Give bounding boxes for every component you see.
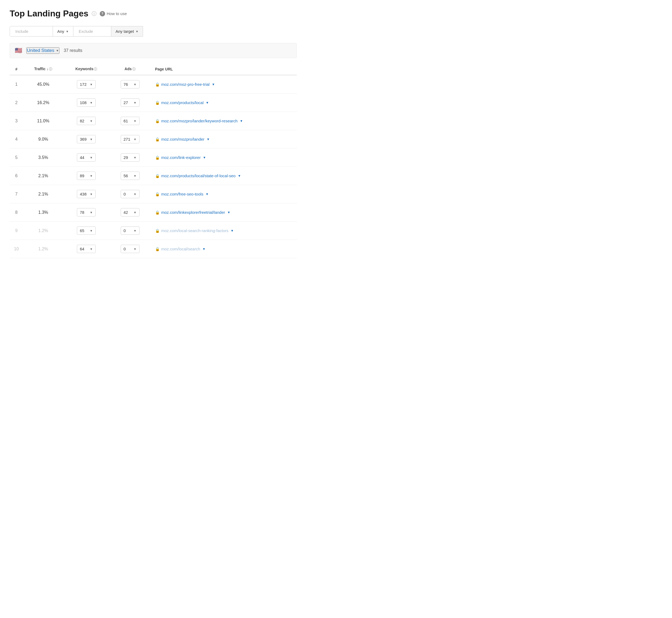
cell-num: 3 [10, 112, 23, 130]
cell-keywords: 438 ▼ [64, 185, 109, 203]
keywords-dropdown-button[interactable]: 78 ▼ [77, 208, 96, 216]
ads-chevron-icon: ▼ [134, 229, 136, 232]
include-option-label: Any [57, 29, 64, 34]
url-chevron-icon: ▼ [206, 101, 209, 105]
keywords-dropdown-button[interactable]: 82 ▼ [77, 117, 96, 125]
keywords-value: 89 [80, 174, 84, 178]
page-url-link[interactable]: moz.com/linkexplorerfreetrial/lander [161, 210, 225, 215]
page-url-link[interactable]: moz.com/mozpro/lander/keyword-research [161, 119, 238, 123]
data-table: # Traffic ↓ⓘ Keywordsⓘ Adsⓘ Page URL 1 4… [10, 64, 297, 258]
cell-ads: 56 ▼ [109, 167, 150, 185]
page-url-link[interactable]: moz.com/moz-pro-free-trial [161, 82, 210, 87]
ads-value: 29 [124, 155, 128, 160]
page-header: Top Landing Pages ⓘ ? How to use [10, 9, 297, 18]
table-row: 10 1.2% 64 ▼ 0 ▼ 🔒 moz.com/local/search … [10, 240, 297, 258]
ads-dropdown-button[interactable]: 0 ▼ [121, 190, 139, 198]
keywords-dropdown-button[interactable]: 64 ▼ [77, 245, 96, 253]
ads-value: 56 [124, 174, 128, 178]
keywords-dropdown-button[interactable]: 65 ▼ [77, 226, 96, 235]
ads-chevron-icon: ▼ [134, 247, 136, 250]
keywords-value: 44 [80, 155, 84, 160]
keywords-value: 82 [80, 119, 84, 123]
ads-chevron-icon: ▼ [134, 138, 136, 141]
cell-page-url: 🔒 moz.com/mozpro/lander ▼ [151, 130, 297, 148]
ads-dropdown-button[interactable]: 56 ▼ [121, 172, 139, 180]
ads-dropdown-button[interactable]: 27 ▼ [121, 98, 139, 107]
cell-ads: 0 ▼ [109, 185, 150, 203]
lock-icon: 🔒 [155, 82, 160, 87]
table-body: 1 45.0% 172 ▼ 76 ▼ 🔒 moz.com/moz-pro-fre… [10, 75, 297, 258]
cell-page-url: 🔒 moz.com/products/local ▼ [151, 94, 297, 112]
url-chevron-icon: ▼ [227, 211, 230, 214]
table-row: 2 16.2% 108 ▼ 27 ▼ 🔒 moz.com/products/lo… [10, 94, 297, 112]
question-icon: ? [100, 11, 105, 16]
cell-traffic: 1.2% [23, 240, 64, 258]
chevron-down-icon: ▼ [66, 30, 69, 33]
cell-page-url: 🔒 moz.com/link-explorer ▼ [151, 148, 297, 167]
cell-num: 8 [10, 203, 23, 222]
any-target-button[interactable]: Any target ▼ [111, 26, 143, 36]
keywords-dropdown-button[interactable]: 108 ▼ [77, 98, 96, 107]
page-url-link[interactable]: moz.com/mozpro/lander [161, 137, 205, 141]
cell-num: 6 [10, 167, 23, 185]
page-url-link[interactable]: moz.com/products/local [161, 100, 204, 105]
country-flag-icon: 🇺🇸 [15, 47, 22, 54]
include-any-button[interactable]: Any ▼ [53, 26, 73, 36]
ads-dropdown-button[interactable]: 29 ▼ [121, 153, 139, 162]
keywords-dropdown-button[interactable]: 369 ▼ [77, 135, 96, 143]
target-option-label: Any target [116, 29, 134, 34]
page-url-link[interactable]: moz.com/local-search-ranking-factors [161, 228, 228, 233]
ads-value: 61 [124, 119, 128, 123]
page-url-link[interactable]: moz.com/free-seo-tools [161, 192, 204, 196]
cell-page-url: 🔒 moz.com/free-seo-tools ▼ [151, 185, 297, 203]
ads-dropdown-button[interactable]: 76 ▼ [121, 80, 139, 89]
ads-dropdown-button[interactable]: 0 ▼ [121, 245, 139, 253]
cell-keywords: 108 ▼ [64, 94, 109, 112]
col-traffic: Traffic ↓ⓘ [23, 64, 64, 75]
keywords-chevron-icon: ▼ [90, 138, 93, 141]
keywords-dropdown-button[interactable]: 44 ▼ [77, 153, 96, 162]
cell-page-url: 🔒 moz.com/local-search-ranking-factors ▼ [151, 222, 297, 240]
page-url-link[interactable]: moz.com/products/local/state-of-local-se… [161, 174, 236, 178]
cell-num: 5 [10, 148, 23, 167]
cell-ads: 271 ▼ [109, 130, 150, 148]
ads-dropdown-button[interactable]: 0 ▼ [121, 226, 139, 235]
cell-num: 9 [10, 222, 23, 240]
page-title: Top Landing Pages [10, 9, 89, 18]
col-ads: Adsⓘ [109, 64, 150, 75]
cell-num: 7 [10, 185, 23, 203]
keywords-dropdown-button[interactable]: 438 ▼ [77, 190, 96, 198]
ads-chevron-icon: ▼ [134, 193, 136, 196]
page-url-link[interactable]: moz.com/link-explorer [161, 155, 201, 160]
country-selector-button[interactable]: United States ▼ [26, 47, 60, 54]
table-header: # Traffic ↓ⓘ Keywordsⓘ Adsⓘ Page URL [10, 64, 297, 75]
cell-num: 1 [10, 75, 23, 94]
ads-value: 0 [124, 228, 126, 233]
how-to-use-link[interactable]: ? How to use [100, 11, 127, 16]
ads-dropdown-button[interactable]: 271 ▼ [121, 135, 139, 143]
cell-num: 10 [10, 240, 23, 258]
url-chevron-icon: ▼ [231, 229, 234, 233]
cell-traffic: 1.3% [23, 203, 64, 222]
include-filter: Include Any ▼ [10, 26, 73, 36]
keywords-chevron-icon: ▼ [90, 101, 93, 104]
filter-row: Include Any ▼ Exclude Any target ▼ [10, 26, 297, 36]
keywords-dropdown-button[interactable]: 89 ▼ [77, 172, 96, 180]
cell-num: 2 [10, 94, 23, 112]
cell-ads: 0 ▼ [109, 240, 150, 258]
ads-chevron-icon: ▼ [134, 174, 136, 178]
col-page-url: Page URL [151, 64, 297, 75]
keywords-dropdown-button[interactable]: 172 ▼ [77, 80, 96, 89]
table-row: 6 2.1% 89 ▼ 56 ▼ 🔒 moz.com/products/loca… [10, 167, 297, 185]
ads-dropdown-button[interactable]: 42 ▼ [121, 208, 139, 216]
url-chevron-icon: ▼ [238, 174, 241, 178]
page-url-link[interactable]: moz.com/local/search [161, 246, 200, 251]
ads-dropdown-button[interactable]: 61 ▼ [121, 117, 139, 125]
table-row: 3 11.0% 82 ▼ 61 ▼ 🔒 moz.com/mozpro/lande… [10, 112, 297, 130]
keywords-chevron-icon: ▼ [90, 119, 93, 123]
country-row: 🇺🇸 United States ▼ 37 results [10, 43, 297, 58]
how-to-use-label: How to use [107, 11, 127, 16]
cell-ads: 61 ▼ [109, 112, 150, 130]
cell-traffic: 16.2% [23, 94, 64, 112]
cell-page-url: 🔒 moz.com/local/search ▼ [151, 240, 297, 258]
